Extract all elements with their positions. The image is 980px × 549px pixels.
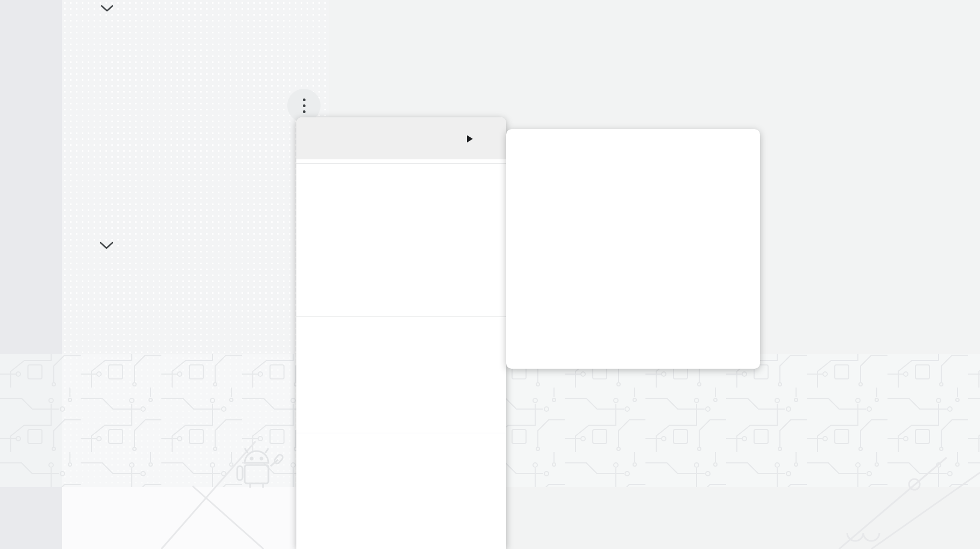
submenu-arrow-icon	[467, 135, 473, 143]
label-color-avatar	[311, 128, 333, 150]
menu-item-label-color[interactable]	[296, 117, 506, 159]
sidebar-item-more-bottom[interactable]	[62, 231, 329, 257]
chevron-down-icon	[99, 241, 114, 250]
label-context-menu	[296, 117, 506, 549]
left-rail	[0, 0, 62, 549]
gmail-screen	[0, 0, 980, 549]
label-list	[62, 0, 329, 549]
label-color-submenu	[506, 129, 760, 369]
three-dot-icon	[303, 98, 306, 101]
labels-sidebar	[62, 0, 329, 549]
